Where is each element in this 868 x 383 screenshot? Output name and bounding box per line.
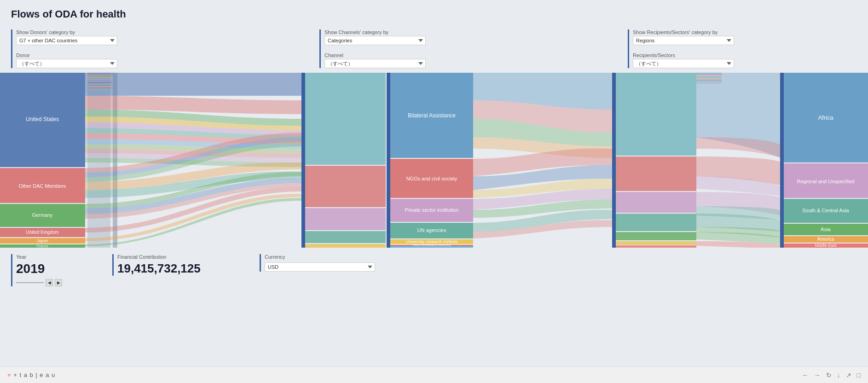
- svg-rect-80: [696, 82, 722, 83]
- donor-subgroup: Donor （すべて）: [16, 52, 149, 68]
- svg-text:South & Central Asia: South & Central Asia: [802, 208, 849, 213]
- tableau-toolbar: + + t a b | e a u ← → ↻ ↓ ↗ □: [0, 366, 868, 383]
- svg-rect-42: [780, 73, 784, 248]
- svg-rect-55: [87, 73, 113, 74]
- donors-category-label: Show Donors' category by: [16, 29, 149, 35]
- svg-rect-64: [87, 83, 113, 84]
- svg-text:Japan: Japan: [37, 238, 48, 243]
- footer: Year 2019 ◀ ▶ Financial Contribution 19,…: [0, 248, 868, 303]
- svg-text:NGOs and civil society: NGOs and civil society: [406, 176, 457, 181]
- svg-rect-67: [87, 86, 113, 87]
- svg-rect-63: [87, 82, 113, 83]
- channel-label: Channel: [324, 52, 457, 58]
- recipients-category-select[interactable]: Regions: [633, 36, 734, 45]
- channels-category-select[interactable]: Categories: [324, 36, 426, 45]
- donors-control-group: Show Donors' category by G7 + other DAC …: [11, 29, 149, 68]
- svg-rect-19: [305, 244, 386, 248]
- sankey-svg: United States Other DAC Members Germany …: [0, 73, 868, 248]
- svg-text:Asia: Asia: [821, 226, 831, 232]
- svg-rect-18: [305, 231, 386, 243]
- donors-category-subgroup: Show Donors' category by G7 + other DAC …: [16, 29, 149, 45]
- slider-track: [16, 282, 44, 283]
- svg-rect-20: [387, 73, 390, 248]
- svg-rect-74: [696, 76, 722, 77]
- svg-rect-76: [696, 78, 722, 79]
- financial-value: 19,415,732,125: [117, 261, 232, 276]
- svg-rect-41: [616, 245, 696, 248]
- year-label: Year: [16, 254, 85, 260]
- donors-category-select[interactable]: G7 + other DAC countries: [16, 36, 117, 45]
- svg-rect-65: [87, 84, 113, 85]
- svg-rect-78: [696, 80, 722, 81]
- share-icon[interactable]: ↗: [846, 371, 851, 379]
- channels-category-label: Show Channels' category by: [324, 29, 457, 35]
- tableau-toolbar-icons: ← → ↻ ↓ ↗ □: [802, 371, 861, 379]
- currency-section: Currency USD EUR GBP: [260, 254, 375, 272]
- recipients-category-label: Show Recipients/Sectors' category by: [633, 29, 766, 35]
- year-section: Year 2019 ◀ ▶: [11, 254, 85, 286]
- year-value: 2019: [16, 261, 85, 276]
- main-container: Flows of ODA for health Show Donors' cat…: [0, 0, 868, 383]
- recipients-control-group: Show Recipients/Sectors' category by Reg…: [628, 29, 766, 68]
- channel-subgroup: Channel （すべて）: [324, 52, 457, 68]
- svg-text:United States: United States: [26, 116, 59, 122]
- svg-rect-69: [87, 88, 113, 89]
- donor-select[interactable]: （すべて）: [16, 59, 117, 68]
- donor-label: Donor: [16, 52, 149, 58]
- svg-rect-62: [87, 81, 113, 81]
- svg-text:Regional and Unspecified: Regional and Unspecified: [797, 179, 854, 184]
- svg-rect-77: [696, 79, 722, 80]
- svg-rect-16: [305, 166, 386, 207]
- svg-text:America: America: [817, 237, 834, 242]
- svg-rect-35: [616, 73, 696, 156]
- recipients-sectors-label: Recipients/Sectors: [633, 52, 766, 58]
- svg-rect-73: [696, 75, 722, 76]
- channel-select[interactable]: （すべて）: [324, 59, 426, 68]
- refresh-icon[interactable]: ↻: [826, 371, 832, 379]
- svg-rect-36: [616, 157, 696, 191]
- svg-text:United Kingdom: United Kingdom: [26, 230, 58, 235]
- controls-bar: Show Donors' category by G7 + other DAC …: [0, 25, 868, 71]
- svg-rect-37: [616, 192, 696, 213]
- svg-rect-38: [616, 214, 696, 231]
- channels-control-group: Show Channels' category by Categories Ch…: [319, 29, 457, 68]
- svg-text:Middle East: Middle East: [815, 243, 837, 248]
- svg-text:UN agencies: UN agencies: [417, 227, 446, 233]
- undo-icon[interactable]: ←: [802, 371, 809, 379]
- svg-text:Private sector institution: Private sector institution: [405, 207, 459, 213]
- svg-rect-33: [390, 246, 473, 248]
- svg-rect-59: [87, 78, 113, 79]
- header: Flows of ODA for health: [0, 0, 868, 25]
- svg-rect-66: [87, 85, 113, 86]
- download-icon[interactable]: ↓: [837, 371, 840, 379]
- svg-rect-70: [87, 89, 113, 90]
- svg-rect-57: [87, 75, 113, 76]
- svg-rect-79: [696, 81, 722, 82]
- svg-rect-14: [301, 73, 305, 248]
- slider-forward-button[interactable]: ▶: [55, 279, 62, 286]
- recipients-category-subgroup: Show Recipients/Sectors' category by Reg…: [633, 29, 766, 45]
- redo-icon[interactable]: →: [814, 371, 821, 379]
- svg-rect-40: [616, 241, 696, 245]
- recipients-subgroup: Recipients/Sectors （すべて）: [633, 52, 766, 68]
- svg-text:Other DAC Members: Other DAC Members: [19, 183, 66, 189]
- svg-text:Bilateral Assistance: Bilateral Assistance: [408, 112, 456, 119]
- financial-section: Financial Contribution 19,415,732,125: [112, 254, 232, 276]
- year-slider: ◀ ▶: [16, 279, 85, 286]
- slider-back-button[interactable]: ◀: [46, 279, 53, 286]
- svg-rect-61: [87, 80, 113, 81]
- svg-rect-39: [616, 232, 696, 240]
- financial-label: Financial Contribution: [117, 254, 232, 260]
- sankey-chart: United States Other DAC Members Germany …: [0, 73, 868, 248]
- svg-rect-71: [696, 73, 722, 74]
- svg-rect-17: [305, 208, 386, 230]
- svg-rect-58: [87, 77, 113, 78]
- svg-rect-72: [696, 74, 722, 75]
- channels-category-subgroup: Show Channels' category by Categories: [324, 29, 457, 45]
- svg-rect-81: [696, 83, 722, 84]
- svg-rect-60: [87, 79, 113, 80]
- svg-text:France: France: [37, 244, 48, 248]
- currency-select[interactable]: USD EUR GBP: [265, 262, 375, 272]
- fullscreen-icon[interactable]: □: [857, 371, 861, 379]
- recipients-sectors-select[interactable]: （すべて）: [633, 59, 734, 68]
